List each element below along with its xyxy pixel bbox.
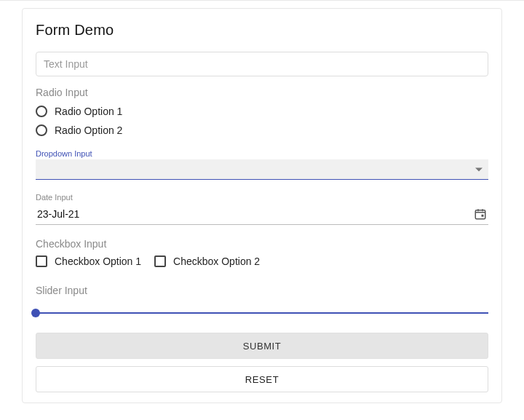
reset-button[interactable]: RESET (36, 366, 488, 392)
radio-option-label: Radio Option 2 (55, 124, 122, 136)
checkbox-icon (154, 255, 166, 267)
checkbox-group-label: Checkbox Input (36, 238, 488, 250)
slider-thumb[interactable] (31, 309, 40, 317)
dropdown-label: Dropdown Input (36, 149, 488, 158)
submit-button-label: SUBMIT (243, 341, 282, 352)
calendar-icon[interactable] (474, 207, 487, 221)
form-title: Form Demo (36, 22, 488, 39)
date-value: 23-Jul-21 (37, 208, 79, 220)
radio-icon (36, 106, 47, 117)
dropdown-input[interactable] (36, 159, 488, 180)
form-card: Form Demo Radio Input Radio Option 1 Rad… (22, 8, 502, 403)
reset-button-label: RESET (245, 374, 279, 385)
radio-icon (36, 124, 47, 136)
chevron-down-icon (475, 167, 483, 171)
svg-rect-0 (475, 210, 485, 218)
radio-option-1[interactable]: Radio Option 1 (36, 106, 488, 117)
checkbox-option-1[interactable]: Checkbox Option 1 (36, 255, 141, 267)
date-label: Date Input (36, 193, 488, 202)
date-input[interactable]: 23-Jul-21 (36, 203, 488, 225)
checkbox-icon (36, 255, 47, 267)
checkbox-option-label: Checkbox Option 2 (173, 255, 260, 267)
text-input[interactable] (36, 52, 488, 76)
checkbox-option-label: Checkbox Option 1 (55, 255, 141, 267)
radio-option-label: Radio Option 1 (55, 106, 122, 117)
checkbox-option-2[interactable]: Checkbox Option 2 (154, 255, 260, 267)
submit-button[interactable]: SUBMIT (36, 333, 488, 359)
radio-group-label: Radio Input (36, 87, 488, 98)
slider-label: Slider Input (36, 285, 488, 296)
svg-rect-4 (482, 214, 484, 216)
slider-input[interactable] (36, 312, 488, 314)
radio-option-2[interactable]: Radio Option 2 (36, 124, 488, 136)
